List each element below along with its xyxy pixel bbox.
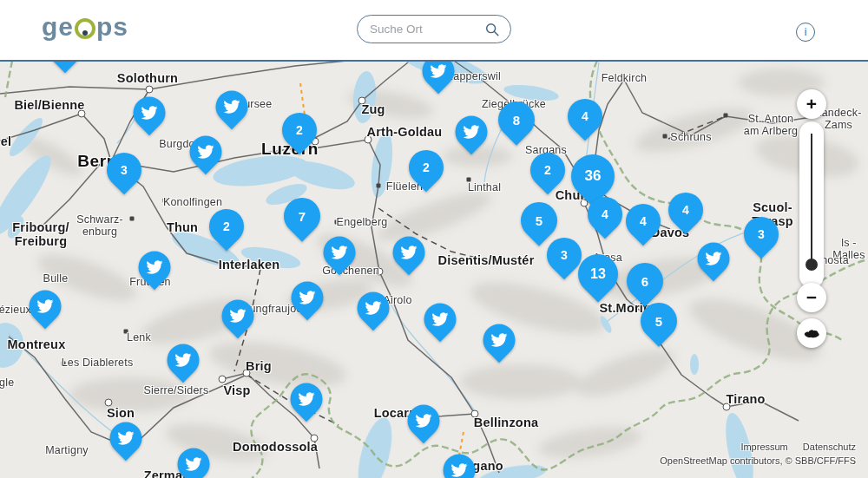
map-label-st-anton-am-arlberg: St. Anton am Arlberg xyxy=(744,113,798,137)
station-ring xyxy=(219,376,227,383)
twitter-icon xyxy=(431,63,447,80)
twitter-marker-pin[interactable] xyxy=(127,90,172,135)
twitter-marker-pin[interactable] xyxy=(449,109,494,154)
cluster-count: 5 xyxy=(641,303,677,339)
cluster-count: 2 xyxy=(209,209,244,244)
cluster-count: 2 xyxy=(282,113,317,147)
map-label-bellinzona: Bellinzona xyxy=(474,416,539,429)
datenschutz-link[interactable]: Datenschutz xyxy=(803,442,856,452)
cluster-count: 8 xyxy=(498,101,535,138)
twitter-icon xyxy=(198,144,214,160)
attribution-links: Impressum Datenschutz xyxy=(660,440,856,454)
reset-extent-button[interactable] xyxy=(797,318,826,348)
cluster-marker-pin[interactable]: 3 xyxy=(100,146,149,195)
switzerland-icon xyxy=(803,328,820,339)
twitter-marker-pin[interactable] xyxy=(284,377,329,422)
twitter-marker-pin[interactable] xyxy=(477,318,522,363)
twitter-icon xyxy=(175,352,192,369)
cluster-count: 4 xyxy=(626,204,661,239)
info-icon: i xyxy=(805,26,807,38)
cluster-marker-pin[interactable]: 2 xyxy=(402,143,451,193)
cluster-marker-pin[interactable]: 7 xyxy=(276,190,327,241)
twitter-marker-pin[interactable] xyxy=(386,230,431,275)
twitter-marker-pin[interactable] xyxy=(161,337,206,383)
cluster-marker-pin[interactable]: 2 xyxy=(523,146,573,195)
zoom-slider-track[interactable] xyxy=(811,134,812,265)
search-input[interactable] xyxy=(368,22,484,36)
cluster-marker-pin[interactable]: 4 xyxy=(619,197,668,246)
cluster-marker-pin[interactable]: 4 xyxy=(661,186,711,235)
minus-icon: − xyxy=(806,287,817,308)
twitter-icon xyxy=(416,413,432,429)
cluster-marker-pin[interactable]: 8 xyxy=(490,94,542,145)
zoom-slider[interactable] xyxy=(799,121,824,288)
zoom-in-button[interactable]: + xyxy=(797,89,826,119)
twitter-icon xyxy=(299,290,316,306)
twitter-marker-pin[interactable] xyxy=(418,297,463,342)
town-dot xyxy=(377,184,381,188)
twitter-icon xyxy=(186,456,202,473)
search-box[interactable] xyxy=(357,15,511,43)
twitter-marker-pin[interactable] xyxy=(171,442,216,478)
cluster-marker-pin[interactable]: 3 xyxy=(737,210,786,259)
map-label-domodossola: Domodossola xyxy=(233,440,318,454)
cluster-marker-pin[interactable]: 2 xyxy=(275,106,325,155)
map-label-tirano: Tirano xyxy=(726,392,765,406)
cluster-marker-pin[interactable]: 2 xyxy=(202,202,252,252)
zoom-out-button[interactable]: − xyxy=(797,283,826,312)
cluster-count: 5 xyxy=(521,202,557,239)
logo-o-icon xyxy=(75,18,95,39)
twitter-marker-pin[interactable] xyxy=(23,284,68,329)
twitter-marker-pin[interactable] xyxy=(209,84,254,129)
map-label-aigle: Aigle xyxy=(0,377,14,389)
twitter-icon xyxy=(451,462,468,478)
cluster-marker-pin[interactable]: 4 xyxy=(561,92,610,141)
info-button[interactable]: i xyxy=(796,23,815,42)
map-label-sion: Sion xyxy=(107,406,135,420)
twitter-marker-pin[interactable] xyxy=(351,285,396,331)
cluster-count: 4 xyxy=(568,99,602,134)
header-bar: ge ps i xyxy=(0,0,868,60)
twitter-marker-pin[interactable] xyxy=(401,398,446,443)
map-label-brig: Brig xyxy=(246,359,272,373)
geops-logo[interactable]: ge ps xyxy=(42,14,128,40)
station-ring xyxy=(146,86,154,94)
cluster-marker-pin[interactable]: 4 xyxy=(581,190,630,239)
twitter-marker-pin[interactable] xyxy=(317,230,362,275)
twitter-icon xyxy=(401,245,418,261)
marker-layer: SolothurnBiel/BienneelBernLuzernZugArth-… xyxy=(0,0,868,478)
cluster-count: 13 xyxy=(578,254,618,294)
cluster-marker-pin[interactable]: 5 xyxy=(633,295,684,346)
cluster-marker-pin[interactable]: 13 xyxy=(569,246,626,302)
search-icon[interactable] xyxy=(484,22,500,37)
twitter-marker-pin[interactable] xyxy=(103,416,148,461)
app-window: SolothurnBiel/BienneelBernLuzernZugArth-… xyxy=(0,0,868,478)
zoom-slider-handle[interactable] xyxy=(806,259,818,271)
town-dot xyxy=(724,114,728,118)
twitter-icon xyxy=(491,332,508,349)
twitter-icon xyxy=(432,311,449,328)
map-label-feldkirch: Feldkirch xyxy=(602,72,648,84)
twitter-marker-pin[interactable] xyxy=(437,448,482,478)
cluster-count: 6 xyxy=(627,263,663,299)
map-label-sierre-siders: Sierre/Siders xyxy=(144,384,209,396)
map-label-palézieux: Palézieux xyxy=(0,304,31,316)
attribution: Impressum Datenschutz OpenStreetMap cont… xyxy=(660,440,856,468)
twitter-marker-pin[interactable] xyxy=(183,129,228,174)
twitter-marker-pin[interactable] xyxy=(215,293,260,338)
twitter-icon xyxy=(706,251,722,267)
twitter-marker-pin[interactable] xyxy=(132,245,177,290)
town-dot xyxy=(130,217,135,221)
map-label-el: el xyxy=(1,134,12,148)
twitter-marker-pin[interactable] xyxy=(285,275,330,320)
cluster-marker-pin[interactable]: 6 xyxy=(619,255,670,306)
logo-text-ps: ps xyxy=(96,14,128,40)
impressum-link[interactable]: Impressum xyxy=(740,442,787,452)
twitter-marker-pin[interactable] xyxy=(691,236,736,281)
map-label-engelberg: Engelberg xyxy=(337,216,388,228)
map-label-schwarz-enburg: Schwarz- enburg xyxy=(76,213,123,238)
map-label-fribourg-freiburg: Fribourg/ Freiburg xyxy=(12,220,69,248)
map-label-visp: Visp xyxy=(223,383,250,397)
town-dot xyxy=(663,134,667,139)
cluster-count: 4 xyxy=(668,193,703,227)
